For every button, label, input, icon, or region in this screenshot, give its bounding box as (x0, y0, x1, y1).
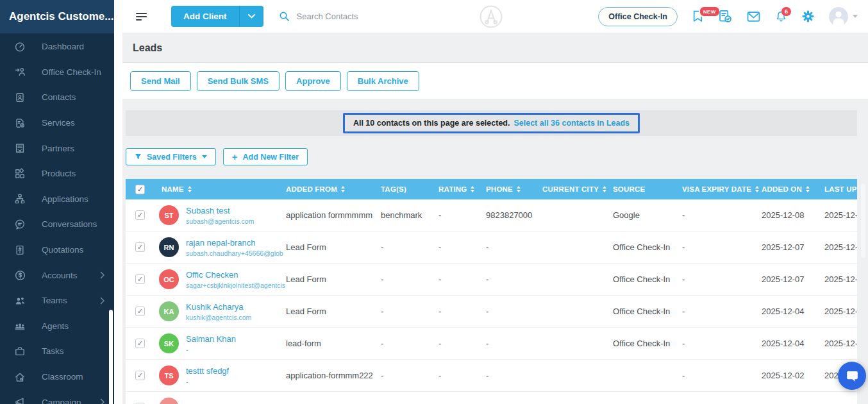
sidebar-item-partners[interactable]: Partners (0, 135, 114, 161)
row-checkbox[interactable]: ✓ (135, 274, 145, 284)
visa-expiry-cell: - (682, 339, 762, 348)
table-row: ✓ TG test gikhy (126, 392, 857, 404)
name-cell: TG test gikhy (154, 398, 286, 404)
spacer (122, 99, 868, 110)
sidebar-item-conversations[interactable]: Conversations (0, 212, 114, 237)
sort-icon[interactable] (517, 186, 521, 192)
column-header-current-city[interactable]: CURRENT CITY (542, 185, 613, 193)
notifications-bell-icon[interactable]: 6 (775, 10, 787, 23)
chat-launcher-button[interactable] (838, 362, 866, 390)
column-header-visa-expiry-date[interactable]: VISA EXPIRY DATE (682, 185, 762, 193)
rating-cell: - (438, 274, 486, 284)
sidebar-item-classroom[interactable]: Classroom (0, 364, 114, 390)
header-checkbox-cell: ✓ (126, 185, 154, 194)
sidebar-item-contacts[interactable]: Contacts (0, 85, 114, 110)
row-checkbox[interactable]: ✓ (135, 339, 145, 348)
table-row: ✓ RN rajan nepal-branch subash.chaudhary… (126, 231, 857, 264)
search-placeholder: Search Contacts (297, 12, 358, 21)
rating-cell: - (438, 210, 486, 220)
user-avatar[interactable] (829, 7, 848, 26)
sidebar-item-applications[interactable]: Applications (0, 187, 114, 212)
added-from-cell: lead-form (286, 339, 381, 348)
tags-cell: - (381, 274, 438, 284)
column-header-tags: TAG(S) (381, 185, 438, 193)
user-menu[interactable] (829, 7, 858, 26)
sidebar-item-label: Accounts (42, 271, 78, 280)
column-header-rating[interactable]: RATING (438, 185, 486, 193)
selection-banner: All 10 contacts on this page are selecte… (126, 110, 857, 136)
sort-icon[interactable] (341, 186, 345, 192)
send-mail-button[interactable]: Send Mail (130, 71, 191, 91)
column-label: NAME (162, 185, 184, 193)
sidebar-item-products[interactable]: Products (0, 161, 114, 187)
sidebar-item-agents[interactable]: Agents (0, 314, 114, 339)
products-icon (13, 167, 26, 180)
sidebar-item-quotations[interactable]: Quotations (0, 237, 114, 263)
chevron-right-icon (100, 398, 105, 404)
sidebar-item-campaign[interactable]: Campaign (0, 389, 114, 404)
conversations-icon (13, 218, 26, 231)
column-header-added-on[interactable]: ADDED ON (762, 185, 824, 193)
office-checkin-button[interactable]: Office Check-In (598, 7, 678, 26)
whats-new-icon[interactable]: NEW (692, 10, 703, 22)
last-updated-cell: 2025-12-0 (824, 307, 857, 316)
lead-avatar: TG (159, 398, 179, 404)
sidebar-item-label: Teams (42, 296, 67, 305)
saved-filters-label: Saved Filters (147, 153, 197, 162)
lead-name-link[interactable]: Salman Khan (186, 334, 236, 344)
checkbox-cell: ✓ (126, 274, 154, 284)
sort-icon[interactable] (471, 186, 474, 192)
sort-icon[interactable] (188, 186, 192, 192)
column-header-added-from[interactable]: ADDED FROM (286, 185, 381, 193)
select-all-link[interactable]: Select all 36 contacts in Leads (513, 119, 630, 128)
sidebar-scrollbar-thumb[interactable] (109, 310, 113, 404)
lead-name-link[interactable]: Offic Checken (186, 270, 285, 280)
row-checkbox[interactable]: ✓ (135, 371, 145, 380)
bulk-archive-button[interactable]: Bulk Archive (347, 71, 419, 91)
sidebar: Agentcis Custome... Dashboard Office Che… (0, 0, 114, 404)
applications-icon (13, 192, 26, 205)
last-updated-cell: 2025-12-0 (824, 339, 857, 348)
table-scrollbar-thumb[interactable] (861, 184, 865, 258)
sort-icon[interactable] (603, 186, 606, 192)
sidebar-item-accounts[interactable]: Accounts (0, 262, 114, 288)
sidebar-item-services[interactable]: Services (0, 110, 114, 136)
sidebar-item-label: Conversations (42, 219, 97, 229)
sort-icon[interactable] (806, 186, 810, 192)
phone-cell: - (486, 274, 542, 284)
row-checkbox[interactable]: ✓ (135, 210, 145, 220)
add-client-button[interactable]: Add Client (171, 6, 263, 27)
source-cell: Office Check-In (613, 307, 682, 316)
table-row: ✓ KA Kushik Acharya kushik@agentcis.com … (126, 296, 857, 328)
document-check-icon[interactable] (718, 10, 732, 24)
mail-icon[interactable] (747, 11, 760, 22)
row-checkbox[interactable]: ✓ (135, 307, 145, 316)
search-icon (279, 11, 290, 22)
row-checkbox[interactable]: ✓ (135, 242, 145, 252)
menu-toggle-icon[interactable] (133, 10, 149, 23)
sidebar-item-office-check-in[interactable]: Office Check-In (0, 60, 114, 85)
selection-message-box: All 10 contacts on this page are selecte… (343, 113, 640, 133)
column-label: RATING (438, 185, 467, 193)
sidebar-item-dashboard[interactable]: Dashboard (0, 34, 114, 60)
add-client-label: Add Client (171, 6, 239, 27)
lead-email: - (186, 346, 236, 353)
select-all-checkbox[interactable]: ✓ (135, 185, 145, 194)
sort-icon[interactable] (755, 186, 759, 192)
column-header-name[interactable]: NAME (154, 185, 286, 193)
lead-name-link[interactable]: rajan nepal-branch (186, 238, 283, 248)
checkbox-cell: ✓ (126, 307, 154, 316)
lead-name-link[interactable]: testtt sfedgf (186, 366, 229, 376)
lead-name-link[interactable]: Subash test (186, 206, 254, 215)
send-bulk-sms-button[interactable]: Send Bulk SMS (197, 71, 280, 91)
chevron-down-icon[interactable] (240, 6, 263, 27)
sidebar-item-teams[interactable]: Teams (0, 288, 114, 314)
lead-name-link[interactable]: Kushik Acharya (186, 302, 251, 312)
saved-filters-button[interactable]: Saved Filters (126, 148, 216, 165)
add-new-filter-button[interactable]: + Add New Filter (223, 148, 308, 165)
search-bar[interactable]: Search Contacts (279, 11, 358, 22)
sidebar-item-tasks[interactable]: Tasks (0, 339, 114, 364)
column-header-phone[interactable]: PHONE (486, 185, 542, 193)
settings-gear-icon[interactable] (802, 10, 814, 22)
approve-button[interactable]: Approve (285, 71, 341, 91)
